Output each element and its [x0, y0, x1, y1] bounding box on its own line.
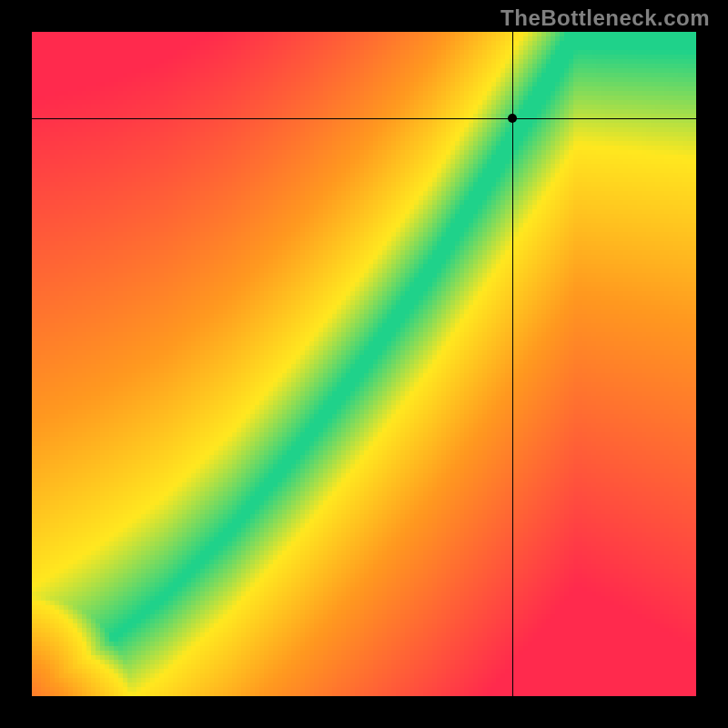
watermark-text: TheBottleneck.com [500, 5, 710, 31]
crosshair-horizontal [32, 118, 696, 119]
selection-marker-dot [508, 114, 517, 123]
chart-frame: TheBottleneck.com [0, 0, 728, 728]
bottleneck-heatmap [32, 32, 696, 696]
crosshair-vertical [512, 32, 513, 696]
